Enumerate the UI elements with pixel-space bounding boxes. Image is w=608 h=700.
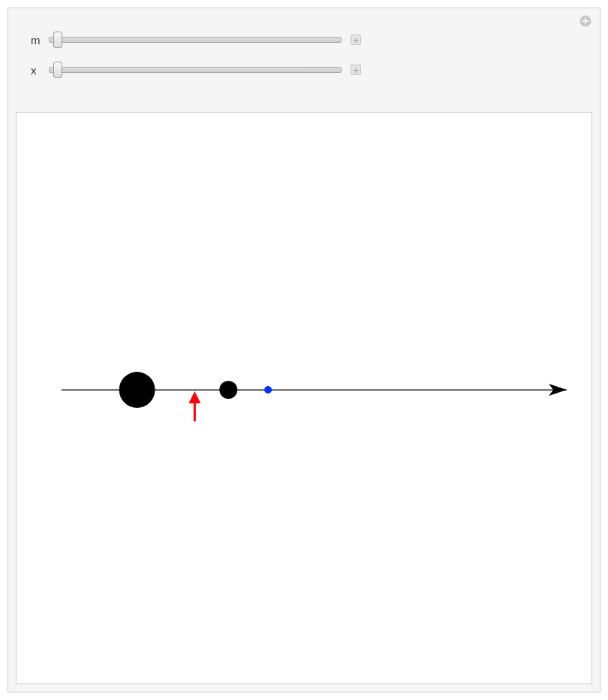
slider-track	[49, 37, 342, 43]
slider-row-x: x +	[31, 62, 585, 77]
slider-expand-button[interactable]: +	[351, 35, 361, 45]
diagram-canvas	[16, 112, 592, 684]
slider-track	[49, 67, 342, 73]
slider-label-m: m	[31, 34, 49, 47]
mass-circle-1	[219, 381, 237, 399]
slider-thumb[interactable]	[53, 62, 62, 78]
outer-panel: m + x +	[8, 8, 600, 692]
settings-plus-icon[interactable]	[579, 14, 592, 28]
slider-x[interactable]	[49, 62, 342, 77]
mass-circle-2	[264, 386, 272, 394]
mass-circle-0	[119, 372, 155, 408]
slider-expand-button[interactable]: +	[351, 65, 361, 75]
diagram-svg	[17, 113, 591, 683]
svg-rect-2	[582, 20, 589, 22]
slider-thumb[interactable]	[53, 32, 62, 48]
slider-m[interactable]	[49, 32, 342, 47]
controls-area: m + x +	[8, 8, 600, 106]
balance-arrow-head-icon	[188, 391, 200, 403]
slider-label-x: x	[31, 64, 49, 77]
slider-row-m: m +	[31, 32, 585, 47]
